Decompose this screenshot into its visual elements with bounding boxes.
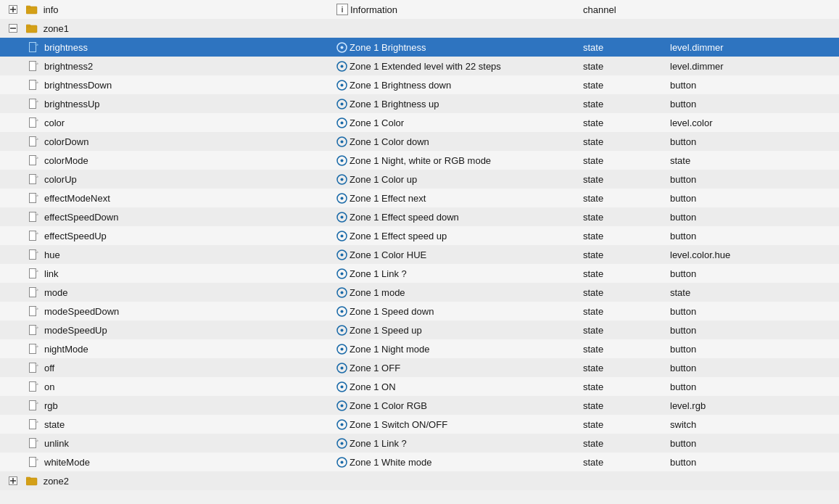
- item-name-label: brightness2: [44, 61, 93, 72]
- category-label: [667, 471, 839, 490]
- table-row[interactable]: hue Zone 1 Color HUEstatelevel.color.hue: [0, 245, 839, 264]
- svg-point-125: [341, 460, 344, 463]
- svg-rect-11: [30, 42, 36, 51]
- svg-rect-116: [30, 438, 36, 447]
- item-name-label: on: [44, 381, 54, 392]
- item-name-label: colorUp: [44, 174, 77, 185]
- svg-point-45: [341, 159, 344, 162]
- description-label: Zone 1 Extended level with 22 steps: [350, 61, 501, 72]
- type-label: state: [580, 226, 667, 245]
- item-name-label: brightnessDown: [44, 80, 112, 91]
- table-row[interactable]: mode Zone 1 modestatestate: [0, 283, 839, 302]
- description-label: Zone 1 OFF: [350, 363, 400, 373]
- svg-rect-36: [30, 136, 36, 146]
- category-label: button: [667, 189, 839, 207]
- svg-rect-56: [30, 212, 36, 221]
- svg-rect-76: [30, 287, 36, 297]
- item-name-label: modeSpeedDown: [44, 306, 119, 317]
- category-label: button: [667, 264, 839, 283]
- svg-point-60: [341, 215, 344, 218]
- description-label: Zone 1 Effect speed up: [350, 231, 447, 241]
- type-label: state: [580, 132, 667, 151]
- description-label: Zone 1 Color HUE: [350, 249, 426, 260]
- table-row[interactable]: colorMode Zone 1 Night, white or RGB mod…: [0, 151, 839, 170]
- type-label: state: [580, 415, 667, 434]
- svg-rect-86: [30, 325, 36, 334]
- type-label: state: [580, 38, 667, 57]
- description-label: Zone 1 Effect speed down: [350, 212, 459, 223]
- category-label: button: [667, 321, 839, 339]
- table-row[interactable]: brightnessDown Zone 1 Brightness downsta…: [0, 75, 839, 94]
- category-label: level.dimmer: [667, 38, 839, 57]
- category-label: button: [667, 94, 839, 113]
- category-label: button: [667, 170, 839, 189]
- type-label: state: [580, 94, 667, 113]
- table-row[interactable]: modeSpeedUp Zone 1 Speed upstatebutton: [0, 321, 839, 339]
- svg-point-20: [341, 65, 344, 67]
- category-label: level.color: [667, 113, 839, 132]
- table-row[interactable]: whiteMode Zone 1 White modestatebutton: [0, 453, 839, 471]
- svg-point-100: [341, 366, 344, 369]
- table-row[interactable]: rgb Zone 1 Color RGBstatelevel.rgb: [0, 396, 839, 415]
- item-name-label: zone1: [44, 23, 69, 34]
- type-label: state: [580, 170, 667, 189]
- description-label: Zone 1 White mode: [350, 457, 431, 468]
- type-label: state: [580, 245, 667, 264]
- svg-rect-111: [30, 419, 36, 429]
- table-row[interactable]: state Zone 1 Switch ON/OFFstateswitch: [0, 415, 839, 434]
- type-label: state: [580, 396, 667, 415]
- type-label: channel: [580, 0, 667, 19]
- category-label: button: [667, 453, 839, 471]
- description-label: Zone 1 Link ?: [350, 438, 407, 449]
- item-name-label: whiteMode: [44, 457, 90, 468]
- svg-point-25: [341, 83, 344, 86]
- svg-point-75: [341, 272, 344, 275]
- description-label: Zone 1 Link ?: [350, 268, 407, 279]
- type-label: state: [580, 75, 667, 94]
- table-row[interactable]: zone1: [0, 19, 839, 38]
- svg-rect-26: [30, 99, 36, 108]
- type-label: state: [580, 358, 667, 377]
- table-row[interactable]: brightness Zone 1 Brightnessstatelevel.d…: [0, 38, 839, 57]
- table-row[interactable]: effectSpeedDown Zone 1 Effect speed down…: [0, 207, 839, 226]
- item-name-label: modeSpeedUp: [44, 325, 107, 336]
- description-label: Zone 1 Color: [350, 117, 404, 128]
- svg-point-105: [341, 385, 344, 388]
- description-label: Zone 1 Brightness up: [350, 99, 439, 110]
- table-row[interactable]: brightnessUp Zone 1 Brightness upstatebu…: [0, 94, 839, 113]
- svg-point-80: [341, 291, 344, 294]
- svg-point-70: [341, 253, 344, 256]
- type-label: state: [580, 264, 667, 283]
- description-label: Zone 1 Color RGB: [350, 400, 427, 411]
- table-row[interactable]: colorDown Zone 1 Color downstatebutton: [0, 132, 839, 151]
- item-name-label: nightMode: [44, 344, 88, 355]
- table-row[interactable]: colorUp Zone 1 Color upstatebutton: [0, 170, 839, 189]
- description-label: Information: [350, 4, 397, 15]
- table-row[interactable]: on Zone 1 ONstatebutton: [0, 377, 839, 396]
- item-name-label: effectSpeedUp: [44, 231, 107, 241]
- svg-point-115: [341, 423, 344, 426]
- table-row[interactable]: color Zone 1 Colorstatelevel.color: [0, 113, 839, 132]
- table-row[interactable]: off Zone 1 OFFstatebutton: [0, 358, 839, 377]
- svg-rect-71: [30, 268, 36, 278]
- svg-point-30: [341, 102, 344, 105]
- table-row[interactable]: effectModeNext Zone 1 Effect nextstatebu…: [0, 189, 839, 207]
- table-row[interactable]: zone2: [0, 471, 839, 490]
- type-label: state: [580, 151, 667, 170]
- item-name-label: unlink: [44, 438, 69, 449]
- category-label: level.color.hue: [667, 245, 839, 264]
- table-row[interactable]: effectSpeedUp Zone 1 Effect speed upstat…: [0, 226, 839, 245]
- item-name-label: colorMode: [44, 155, 88, 166]
- table-row[interactable]: info i Informationchannel: [0, 0, 839, 19]
- svg-point-65: [341, 234, 344, 237]
- table-row[interactable]: unlink Zone 1 Link ?statebutton: [0, 434, 839, 453]
- item-name-label: effectModeNext: [44, 193, 110, 204]
- table-row[interactable]: link Zone 1 Link ?statebutton: [0, 264, 839, 283]
- table-row[interactable]: modeSpeedDown Zone 1 Speed downstatebutt…: [0, 302, 839, 321]
- description-label: Zone 1 Brightness down: [350, 80, 451, 91]
- type-label: state: [580, 377, 667, 396]
- table-row[interactable]: brightness2 Zone 1 Extended level with 2…: [0, 57, 839, 75]
- description-label: Zone 1 Color up: [350, 174, 417, 185]
- table-row[interactable]: nightMode Zone 1 Night modestatebutton: [0, 339, 839, 358]
- item-name-label: state: [44, 419, 65, 430]
